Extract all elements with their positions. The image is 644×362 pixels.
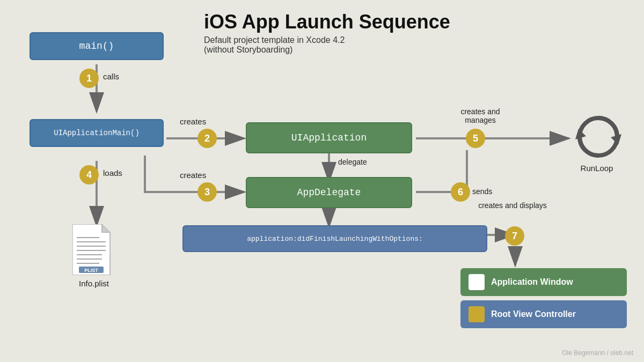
title-area: iOS App Launch Sequence Default project … bbox=[204, 11, 633, 55]
loads-label: loads bbox=[103, 168, 122, 178]
root-vc-icon bbox=[469, 306, 485, 322]
main-title: iOS App Launch Sequence bbox=[204, 11, 633, 33]
plist-label: Info.plist bbox=[70, 279, 118, 288]
step-5-circle: 5 bbox=[466, 129, 485, 148]
ui-app-main-box: UIApplicationMain() bbox=[30, 119, 164, 147]
svg-text:PLIST: PLIST bbox=[84, 268, 98, 273]
app-window-box: Application Window bbox=[460, 268, 627, 296]
runloop-label: RunLoop bbox=[570, 164, 624, 173]
ui-application-box: UIApplication bbox=[246, 122, 412, 153]
main-func-box: main() bbox=[30, 32, 164, 60]
step-2-circle: 2 bbox=[197, 129, 217, 148]
sends-label: sends bbox=[472, 187, 492, 196]
app-delegate-box: AppDelegate bbox=[246, 177, 412, 208]
runloop-icon bbox=[574, 113, 623, 161]
step-6-circle: 6 bbox=[451, 182, 470, 202]
plist-icon: PLIST bbox=[72, 224, 115, 277]
delegate-label: delegate bbox=[338, 158, 367, 166]
footer: Ole Begemann / oleb.net bbox=[562, 349, 633, 357]
did-finish-box: application:didFinishLaunchingWithOption… bbox=[182, 225, 487, 252]
step-3-circle: 3 bbox=[197, 182, 217, 202]
creates-manages-label: creates and manages bbox=[448, 107, 513, 124]
step-4-circle: 4 bbox=[79, 165, 99, 184]
creates2-label: creates bbox=[180, 171, 206, 180]
diagram-container: iOS App Launch Sequence Default project … bbox=[0, 0, 644, 362]
creates1-label: creates bbox=[180, 117, 206, 126]
window-icon bbox=[469, 274, 485, 290]
step-7-circle: 7 bbox=[505, 226, 524, 246]
calls-label: calls bbox=[103, 72, 119, 81]
creates-displays-label: creates and displays bbox=[478, 201, 547, 210]
svg-marker-15 bbox=[102, 224, 110, 232]
subtitle: Default project template in Xcode 4.2 (w… bbox=[204, 35, 633, 55]
step-1-circle: 1 bbox=[79, 69, 99, 88]
root-view-controller-box: Root View Controller bbox=[460, 300, 627, 328]
